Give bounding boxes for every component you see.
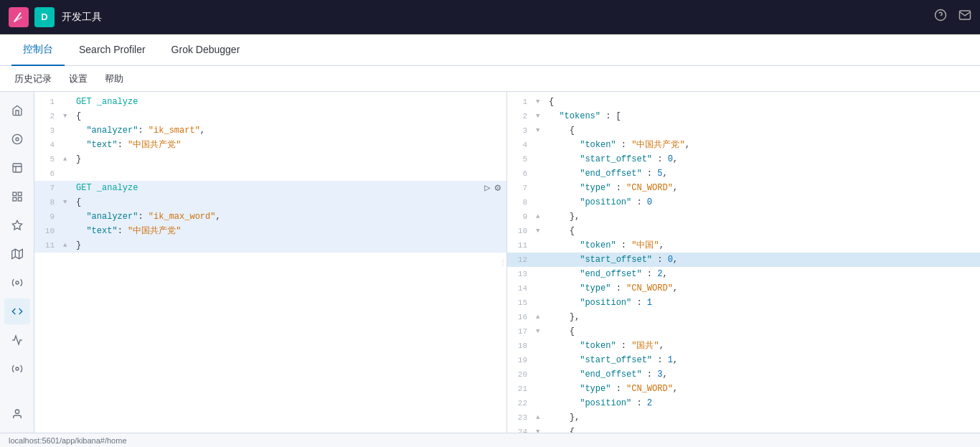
code-line: 5 ▲ } [34, 152, 507, 166]
run-button[interactable]: ▷ [484, 181, 490, 195]
code-line: 1 GET _analyze [34, 95, 507, 109]
svg-rect-7 [13, 197, 17, 201]
sidebar-icon-management[interactable] [4, 356, 30, 382]
left-editor-panel[interactable]: 1 GET _analyze 2 ▼ { 3 "analyzer": "ik_s… [34, 92, 507, 433]
code-line: 3 "analyzer": "ik_smart", [34, 123, 507, 138]
sidebar-icon-devtools[interactable] [4, 298, 30, 324]
code-line: 23 ▲ }, [507, 410, 980, 425]
top-icons [934, 9, 971, 25]
tab-console[interactable]: 控制台 [11, 34, 65, 66]
code-line: 9 "analyzer": "ik_max_word", [34, 210, 507, 224]
code-line: 11 ▲ } [34, 238, 507, 253]
code-line: 20 "end_offset" : 3, [507, 367, 980, 382]
code-line: 2 ▼ { [34, 109, 507, 123]
code-line: 15 "position" : 1 [507, 296, 980, 310]
code-line: 3 ▼ { [507, 123, 980, 138]
code-line: 11 "token" : "中国", [507, 238, 980, 253]
code-line: 17 ▼ { [507, 324, 980, 339]
sidebar-icon-home[interactable] [4, 98, 30, 123]
svg-rect-6 [18, 192, 22, 196]
app-title: 开发工具 [62, 11, 934, 24]
sidebar-icon-maps[interactable] [4, 241, 30, 267]
code-line: 6 "end_offset" : 5, [507, 166, 980, 181]
sidebar-icon-monitoring[interactable] [4, 327, 30, 353]
sidebar-icon-visualize[interactable] [4, 155, 30, 181]
sidebar-icon-ml[interactable] [4, 270, 30, 296]
sidebar-icon-user[interactable] [4, 401, 30, 427]
code-line: 22 "position" : 2 [507, 396, 980, 410]
toolbar: 历史记录 设置 帮助 [0, 66, 980, 92]
svg-rect-4 [13, 164, 22, 172]
help-icon[interactable] [934, 9, 947, 25]
code-line: 7 GET _analyze ▷ ⚙ [34, 181, 507, 195]
sidebar-icon-canvas[interactable] [4, 212, 30, 238]
svg-point-10 [16, 281, 19, 284]
code-line: 10 ▼ { [507, 224, 980, 238]
right-output-panel[interactable]: 1 ▼ { 2 ▼ "tokens" : [ 3 ▼ { [507, 92, 980, 433]
history-button[interactable]: 历史记录 [11, 72, 55, 85]
code-line: 8 ▼ { [34, 195, 507, 210]
statusbar: localhost:5601/app/kibana#/home [0, 433, 980, 447]
svg-rect-8 [18, 197, 22, 201]
copy-button[interactable]: ⚙ [495, 181, 501, 195]
code-line: 14 "type" : "CN_WORD", [507, 281, 980, 296]
svg-marker-9 [12, 220, 22, 230]
right-code-editor: 1 ▼ { 2 ▼ "tokens" : [ 3 ▼ { [507, 92, 980, 433]
svg-rect-5 [13, 192, 17, 196]
code-line: 19 "start_offset" : 1, [507, 353, 980, 367]
svg-point-11 [16, 367, 19, 370]
code-line: 7 "type" : "CN_WORD", [507, 181, 980, 195]
kibana-logo [9, 7, 29, 27]
code-line: 4 "token" : "中国共产党", [507, 138, 980, 152]
code-line: 13 "end_offset" : 2, [507, 267, 980, 281]
status-url: localhost:5601/app/kibana#/home [9, 436, 127, 445]
code-line: 8 "position" : 0 [507, 195, 980, 210]
code-line: 9 ▲ }, [507, 210, 980, 224]
help-button[interactable]: 帮助 [102, 72, 126, 85]
topbar: D 开发工具 [0, 0, 980, 34]
code-line: 2 ▼ "tokens" : [ [507, 109, 980, 123]
code-line: 1 ▼ { [507, 95, 980, 109]
tab-search-profiler[interactable]: Search Profiler [67, 34, 157, 66]
sidebar-icon-dashboard[interactable] [4, 184, 30, 210]
code-line: 21 "type" : "CN_WORD", [507, 382, 980, 396]
settings-button[interactable]: 设置 [66, 72, 90, 85]
code-line: 18 "token" : "国共", [507, 339, 980, 353]
code-line: 10 "text": "中国共产党" [34, 224, 507, 238]
code-line: 6 [34, 166, 507, 181]
code-line: 12 "start_offset" : 0, [507, 253, 980, 267]
sidebar [0, 92, 34, 433]
code-line: 16 ▲ }, [507, 310, 980, 324]
left-code-editor[interactable]: 1 GET _analyze 2 ▼ { 3 "analyzer": "ik_s… [34, 92, 507, 433]
svg-point-2 [12, 134, 22, 143]
tab-grok-debugger[interactable]: Grok Debugger [160, 34, 252, 66]
svg-point-12 [15, 410, 19, 413]
nav-tabs: 控制台 Search Profiler Grok Debugger [0, 34, 980, 66]
svg-point-3 [16, 138, 19, 141]
content-area: 1 GET _analyze 2 ▼ { 3 "analyzer": "ik_s… [34, 92, 980, 433]
code-line: 24 ▼ { [507, 425, 980, 433]
code-line: 4 "text": "中国共产党" [34, 138, 507, 152]
mail-icon[interactable] [958, 9, 971, 25]
app-avatar: D [34, 7, 55, 27]
code-line: 5 "start_offset" : 0, [507, 152, 980, 166]
sidebar-icon-discover[interactable] [4, 126, 30, 152]
